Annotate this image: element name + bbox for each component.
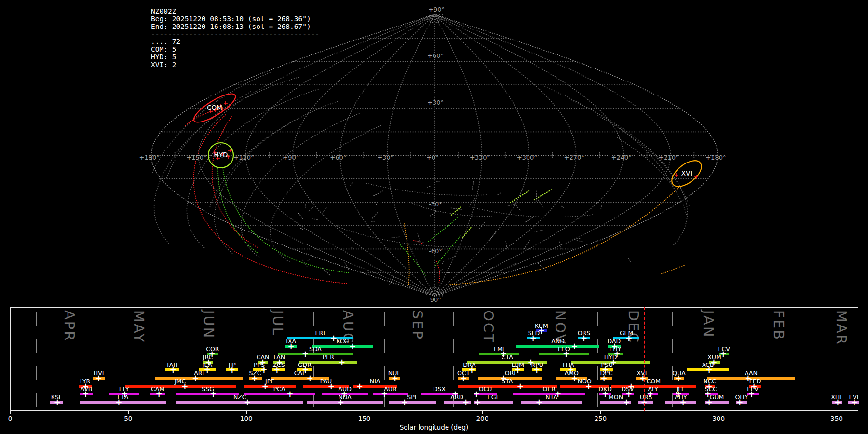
shower-bar-STA [458,385,557,388]
shower-peak-AMO: + [571,374,578,382]
shower-peak-JIP: + [229,366,235,374]
current-sol-line [644,307,645,411]
shower-peak-OHY: + [736,398,743,407]
shower-label-CTA: CTA [502,353,513,361]
shower-peak-ETA: + [115,398,122,407]
shower-label-NIA: NIA [370,378,380,385]
shower-bar-JPE [244,385,296,388]
shower-peak-FEV: + [748,390,755,398]
month-label-mar: MAR [833,310,850,346]
shower-peak-STA: + [517,382,524,391]
x-axis-title: Solar longitude (deg) [400,423,469,431]
x-axis-tick-label: 100 [240,415,253,422]
shower-peak-JPE: + [262,382,269,391]
x-axis-tick-label: 0 [8,415,13,422]
shower-peak-SZC: + [251,374,258,382]
shower-peak-NZC: + [244,398,251,407]
shower-peak-CAM: + [155,390,162,398]
shower-peak-NUE: + [392,374,398,382]
shower-label-STA: STA [502,378,513,385]
month-label-jul: JUL [270,310,286,337]
shower-label-CAP: CAP [294,369,306,377]
shower-peak-DKD: + [602,390,609,398]
shower-label-PCA: PCA [273,385,285,393]
x-axis-tick-label: 50 [124,415,132,422]
month-boundary-line [106,308,106,410]
month-boundary-line [597,308,598,410]
shower-peak-AUR: + [381,390,388,398]
month-boundary-line [36,308,37,410]
shower-peak-AHY: + [680,398,687,407]
shower-peak-QUA: + [675,374,682,382]
shower-peak-NDA: + [337,398,344,407]
shower-bar-SSG [176,393,239,395]
shower-activity-timeline: Solar longitude (deg) APRMAYJUNJULAUGSEP… [0,0,868,434]
shower-bar-SDA [278,353,353,355]
shower-label-DSX: DSX [433,385,446,393]
shower-peak-JMC: + [181,382,188,391]
shower-peak-CAP: + [307,374,313,382]
shower-peak-HVI: + [95,374,102,382]
shower-peak-GEM: + [625,334,632,342]
shower-peak-XVI: + [639,374,646,382]
shower-label-ERI: ERI [315,329,325,337]
shower-peak-OCT: + [460,374,467,382]
month-boundary-line [176,308,176,410]
month-label-apr: APR [61,310,78,342]
shower-peak-AVB: + [82,390,89,398]
shower-peak-AND: + [571,342,578,351]
shower-bar-AUR [373,393,408,395]
shower-bar-ETA [80,401,166,404]
shower-peak-PCA: + [286,390,293,398]
month-label-oct: OCT [480,310,497,344]
shower-peak-ORS: + [581,334,587,342]
shower-peak-SDA: + [302,350,309,358]
shower-peak-KCG: + [349,342,356,351]
shower-peak-GUM: + [705,398,712,407]
month-label-feb: FEB [771,310,787,341]
x-axis-tick-label: 250 [594,415,607,422]
x-axis-tick [128,411,129,414]
shower-label-ARD: ARD [450,393,463,401]
shower-peak-DPC: + [600,374,607,382]
month-label-may: MAY [131,310,147,343]
shower-peak-XHE: + [834,398,841,407]
shower-peak-PER: + [339,358,345,366]
x-axis-tick [246,411,247,414]
shower-label-KCG: KCG [336,338,349,345]
shower-peak-SLD: + [530,334,537,342]
shower-label-PER: PER [323,353,334,361]
month-label-jan: JAN [700,310,717,339]
shower-label-COM: COM [647,378,661,385]
shower-peak-NTA: + [536,398,542,407]
shower-bar-NZC [176,401,303,404]
shower-label-SDA: SDA [309,345,322,353]
x-axis-tick [837,411,838,414]
shower-peak-PPS: + [260,366,267,374]
shower-label-SPE: SPE [407,393,418,401]
shower-peak-MON: + [623,398,630,407]
shower-bar-JMC [125,385,236,388]
month-label-sep: SEP [409,310,426,340]
shower-peak-ARI: + [192,374,199,382]
x-axis-tick-label: 350 [830,415,843,422]
shower-peak-EGE: + [474,398,481,407]
shower-bar-ARI [155,377,243,380]
shower-peak-EVI: + [851,398,858,407]
shower-peak-JEA: + [204,366,211,374]
shower-label-OER: OER [543,385,556,393]
x-axis-tick-label: 300 [712,415,725,422]
x-axis-tick [600,411,601,414]
shower-label-MON: MON [609,393,623,401]
shower-peak-PAU: + [328,382,335,391]
shower-bar-NTA [521,401,582,404]
shower-label-OCU: OCU [479,385,492,393]
shower-peak-ZCS: + [273,366,280,374]
shower-peak-ARD: + [462,398,469,407]
month-boundary-line [814,308,814,410]
shower-bar-PCA [244,393,315,395]
x-axis-tick [10,411,11,414]
meteor-radiant-report: +90°-90°+60°+30°-30°-60°+180°+150°+120°+… [0,0,868,434]
x-axis-tick [482,411,483,414]
shower-peak-KSE: + [54,398,61,407]
